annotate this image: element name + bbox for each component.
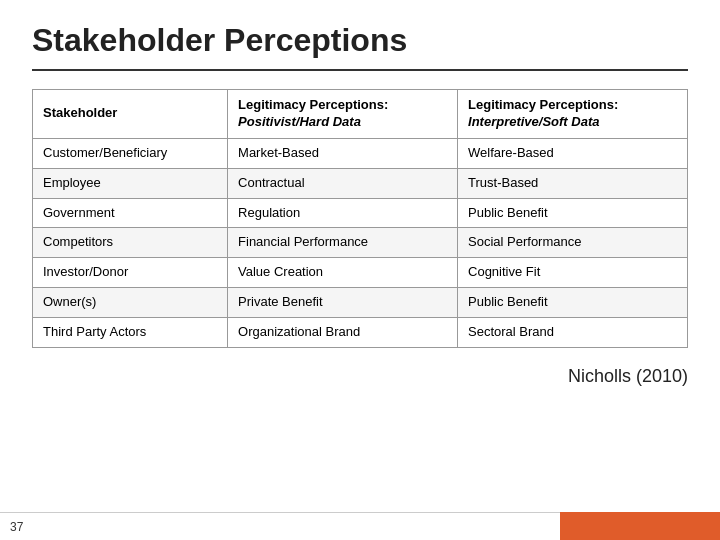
table-cell-3-1: Financial Performance (228, 228, 458, 258)
header: Stakeholder Perceptions (0, 0, 720, 69)
table-cell-5-0: Owner(s) (33, 288, 228, 318)
table-row: Owner(s)Private BenefitPublic Benefit (33, 288, 688, 318)
table-row: Third Party ActorsOrganizational BrandSe… (33, 318, 688, 348)
page-title: Stakeholder Perceptions (32, 22, 688, 59)
table-cell-4-0: Investor/Donor (33, 258, 228, 288)
table-row: EmployeeContractualTrust-Based (33, 168, 688, 198)
table-cell-3-0: Competitors (33, 228, 228, 258)
col-header-stakeholder: Stakeholder (33, 90, 228, 139)
footer-accent-bar (560, 512, 720, 540)
slide: Stakeholder Perceptions Stakeholder Legi… (0, 0, 720, 540)
table-row: Investor/DonorValue CreationCognitive Fi… (33, 258, 688, 288)
table-cell-2-1: Regulation (228, 198, 458, 228)
table-cell-1-2: Trust-Based (458, 168, 688, 198)
table-cell-0-2: Welfare-Based (458, 138, 688, 168)
footer-line (50, 512, 560, 540)
footer: 37 (0, 512, 720, 540)
page-number: 37 (0, 512, 50, 540)
citation: Nicholls (2010) (0, 348, 720, 387)
table-cell-1-1: Contractual (228, 168, 458, 198)
col-header-interpretive: Legitimacy Perceptions: Interpretive/Sof… (458, 90, 688, 139)
header-divider (32, 69, 688, 71)
table-header-row: Stakeholder Legitimacy Perceptions: Posi… (33, 90, 688, 139)
col-header-positivist: Legitimacy Perceptions: Positivist/Hard … (228, 90, 458, 139)
table-cell-6-2: Sectoral Brand (458, 318, 688, 348)
table-row: GovernmentRegulationPublic Benefit (33, 198, 688, 228)
table-cell-0-1: Market-Based (228, 138, 458, 168)
table-cell-1-0: Employee (33, 168, 228, 198)
stakeholder-table: Stakeholder Legitimacy Perceptions: Posi… (32, 89, 688, 348)
table-row: CompetitorsFinancial PerformanceSocial P… (33, 228, 688, 258)
table-cell-6-0: Third Party Actors (33, 318, 228, 348)
table-cell-5-1: Private Benefit (228, 288, 458, 318)
table-cell-4-1: Value Creation (228, 258, 458, 288)
table-cell-4-2: Cognitive Fit (458, 258, 688, 288)
table-cell-6-1: Organizational Brand (228, 318, 458, 348)
table-cell-3-2: Social Performance (458, 228, 688, 258)
table-cell-0-0: Customer/Beneficiary (33, 138, 228, 168)
table-cell-2-0: Government (33, 198, 228, 228)
table-row: Customer/BeneficiaryMarket-BasedWelfare-… (33, 138, 688, 168)
table-cell-5-2: Public Benefit (458, 288, 688, 318)
main-content: Stakeholder Legitimacy Perceptions: Posi… (0, 89, 720, 348)
table-cell-2-2: Public Benefit (458, 198, 688, 228)
